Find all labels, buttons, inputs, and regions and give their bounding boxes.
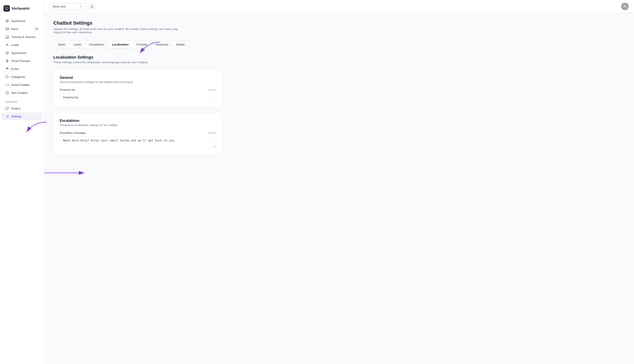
tag-icon [5, 75, 9, 78]
svg-point-3 [7, 44, 8, 45]
inbox-icon [5, 27, 9, 31]
avatar [621, 3, 629, 10]
sidebar-item-smart-prompts[interactable]: Smart Prompts [2, 57, 42, 64]
sidebar-item-label: Test Chatbot [11, 91, 27, 94]
escalations-card-title: Escalations [60, 119, 216, 123]
sidebar-item-plugins[interactable]: Plugins [2, 104, 42, 112]
sidebar-item-categories[interactable]: Categories [2, 73, 42, 80]
code-icon [5, 83, 9, 86]
tab-leads[interactable]: Leads [70, 41, 85, 48]
logo-icon [4, 5, 10, 12]
main-area: Demo Bot Chatbot Settings Update the set… [44, 0, 634, 364]
escalation-message-input[interactable]: Need more help? Enter your email below a… [60, 136, 216, 148]
advanced-section-title: Advanced [0, 97, 44, 104]
sidebar-item-echos[interactable]: Echos [2, 65, 42, 72]
sidebar-item-install[interactable]: Install Chatbot [2, 81, 42, 88]
page-title: Chatbot Settings [53, 20, 625, 26]
sidebar: SiteSpeakAI Dashboard Inbox 0 Training &… [0, 0, 44, 364]
svg-point-15 [624, 5, 626, 6]
tab-localization[interactable]: Localization [108, 41, 133, 48]
tab-delete[interactable]: Delete [172, 41, 189, 48]
tab-advanced[interactable]: Advanced [152, 41, 172, 48]
tab-prompts[interactable]: Prompts [133, 41, 152, 48]
bot-selector[interactable]: Demo Bot [50, 3, 85, 10]
sidebar-item-label: Leads [11, 43, 19, 46]
smart-prompts-icon [5, 59, 9, 62]
bot-name: Demo Bot [52, 5, 66, 8]
sidebar-item-leads[interactable]: Leads [2, 41, 42, 48]
sidebar-item-appearance[interactable]: Appearance [2, 49, 42, 56]
share-button[interactable] [88, 3, 96, 10]
general-card: General General localization settings fo… [53, 69, 222, 108]
settings-tabs: Basic Leads Escalations Localization Pro… [53, 40, 190, 49]
svg-point-5 [7, 68, 8, 69]
svg-rect-2 [6, 28, 9, 30]
localization-title: Localization Settings [53, 55, 625, 60]
tab-basic[interactable]: Basic [54, 41, 70, 48]
appearance-icon [5, 51, 9, 54]
escalations-card: Escalations Escalations localization set… [53, 112, 222, 155]
sidebar-item-label: Echos [11, 67, 19, 70]
general-card-desc: General localization settings for the ch… [60, 80, 216, 84]
sidebar-item-label: Settings [11, 115, 22, 118]
escalation-message-label: Escalation message [60, 131, 86, 134]
plugin-icon [5, 106, 9, 110]
echos-icon [5, 67, 9, 70]
sidebar-item-label: Appearance [11, 51, 27, 54]
book-icon [5, 35, 9, 38]
powered-by-label: Powered by [60, 88, 75, 92]
content-area: Chatbot Settings Update the settings, pr… [44, 13, 634, 364]
general-card-title: General [60, 76, 216, 80]
chevron-down-icon [79, 5, 82, 8]
sidebar-item-label: Install Chatbot [11, 83, 30, 86]
powered-by-reset[interactable]: Reset [209, 88, 216, 92]
sidebar-item-dashboard[interactable]: Dashboard [2, 17, 42, 25]
topbar: Demo Bot [44, 0, 634, 13]
sidebar-item-test[interactable]: Test Chatbot [2, 89, 42, 96]
powered-by-input[interactable] [60, 93, 216, 102]
sidebar-item-label: Dashboard [11, 19, 25, 23]
test-icon [5, 91, 9, 94]
sidebar-item-label: Plugins [11, 107, 21, 110]
tab-escalations[interactable]: Escalations [85, 41, 108, 48]
localization-desc: These settings control the localization … [53, 60, 625, 64]
escalation-message-label-row: Escalation message Reset [60, 131, 216, 134]
powered-by-label-row: Powered by Reset [60, 88, 216, 92]
logo: SiteSpeakAI [0, 4, 44, 17]
escalation-message-reset[interactable]: Reset [209, 132, 216, 134]
dashboard-icon [5, 19, 9, 23]
arrow-to-escalation [44, 166, 93, 180]
user-icon [5, 43, 9, 46]
sidebar-item-label: Inbox [11, 27, 18, 31]
settings-icon [5, 114, 9, 118]
escalations-card-desc: Escalations localization settings for th… [60, 124, 216, 127]
page-desc: Update the settings, prompts and more fo… [53, 27, 186, 34]
sidebar-item-label: Training & Sources [11, 35, 36, 38]
sidebar-item-inbox[interactable]: Inbox 0 [2, 25, 42, 33]
logo-text: SiteSpeakAI [12, 7, 30, 10]
sidebar-item-settings[interactable]: Settings [2, 112, 42, 120]
sidebar-item-training[interactable]: Training & Sources [2, 33, 42, 40]
sidebar-item-label: Smart Prompts [11, 59, 30, 62]
svg-marker-4 [6, 60, 8, 62]
inbox-badge: 0 [34, 27, 39, 30]
svg-rect-0 [5, 7, 8, 9]
svg-point-1 [7, 20, 8, 21]
sidebar-item-label: Categories [11, 75, 25, 78]
